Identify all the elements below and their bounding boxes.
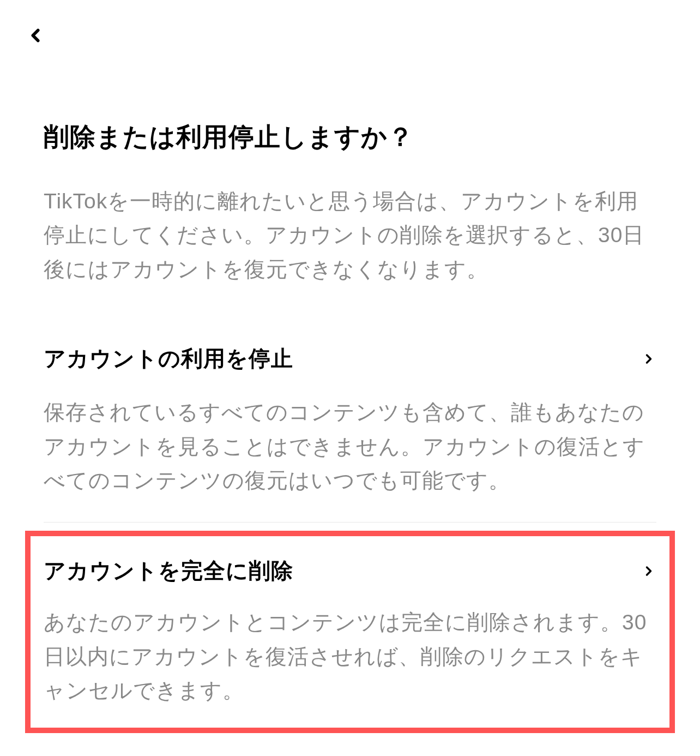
option-delete-description: あなたのアカウントとコンテンツは完全に削除されます。30日以内にアカウントを復活… (44, 605, 656, 707)
option-deactivate-title: アカウントの利用を停止 (44, 344, 293, 374)
option-delete-title: アカウントを完全に削除 (44, 556, 293, 586)
content: 削除または利用停止しますか？ TikTokを一時的に離れたいと思う場合は、アカウ… (0, 49, 700, 733)
option-title-row: アカウントの利用を停止 (44, 344, 656, 374)
header (0, 0, 700, 49)
option-delete-account[interactable]: アカウントを完全に削除 あなたのアカウントとコンテンツは完全に削除されます。30… (25, 531, 675, 733)
option-deactivate-account[interactable]: アカウントの利用を停止 保存されているすべてのコンテンツも含めて、誰もあなたのア… (44, 344, 656, 523)
back-button[interactable] (22, 22, 49, 49)
page-description: TikTokを一時的に離れたいと思う場合は、アカウントを利用停止にしてください。… (44, 184, 656, 286)
option-deactivate-description: 保存されているすべてのコンテンツも含めて、誰もあなたのアカウントを見ることはでき… (44, 395, 656, 497)
back-icon (25, 25, 46, 46)
chevron-right-icon (641, 351, 656, 367)
option-title-row: アカウントを完全に削除 (44, 556, 656, 586)
page-title: 削除または利用停止しますか？ (44, 120, 656, 154)
chevron-right-icon (641, 563, 656, 579)
